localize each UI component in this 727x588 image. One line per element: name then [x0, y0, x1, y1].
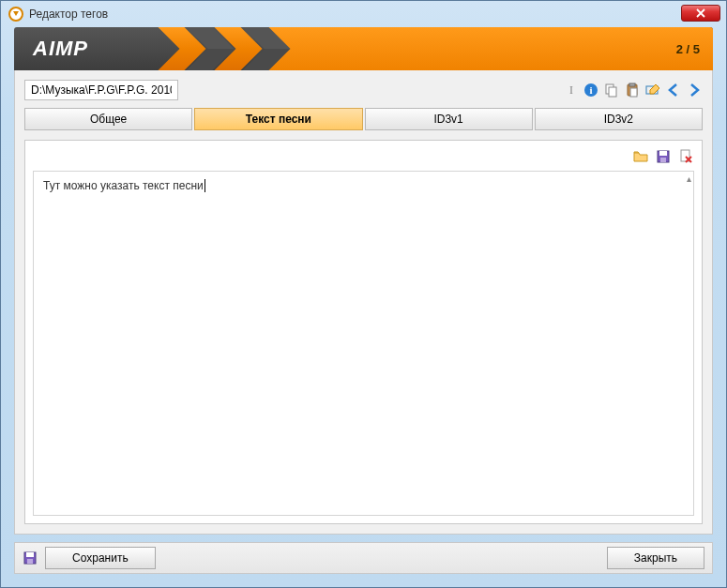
editor-toolbar [33, 148, 694, 165]
tab-lyrics[interactable]: Текст песни [194, 108, 362, 130]
svg-rect-13 [26, 552, 34, 557]
floppy-icon [23, 550, 38, 565]
paste-icon [625, 83, 640, 98]
svg-text:i: i [589, 84, 592, 96]
close-button[interactable]: Закрыть [607, 547, 704, 569]
path-container: I [24, 80, 579, 100]
svg-rect-3 [609, 87, 616, 97]
header-band: AIMP 2 / 5 [14, 27, 713, 70]
save-lyrics-button[interactable] [655, 148, 672, 165]
arrow-left-icon [666, 83, 681, 98]
editor-frame: Тут можно указать текст песни ▴ [24, 140, 703, 524]
open-folder-icon [633, 149, 648, 164]
floppy-icon [656, 149, 671, 164]
content-area: I i Общее Текст песни ID3v1 [14, 70, 713, 535]
lyrics-text: Тут можно указать текст песни [43, 179, 204, 192]
open-lyrics-button[interactable] [632, 148, 649, 165]
arrow-right-icon [687, 83, 702, 98]
text-cursor-icon: I [569, 83, 573, 98]
svg-rect-6 [630, 88, 637, 97]
copy-icon [604, 83, 619, 98]
file-path-input[interactable] [24, 80, 178, 100]
svg-rect-9 [659, 151, 667, 156]
tab-bar: Общее Текст песни ID3v1 ID3v2 [24, 108, 703, 130]
copy-button[interactable] [603, 82, 620, 98]
tab-general[interactable]: Общее [24, 108, 192, 130]
app-icon [8, 7, 23, 22]
text-caret [204, 179, 205, 192]
delete-page-icon [678, 149, 693, 164]
track-counter: 2 / 5 [676, 42, 700, 56]
rename-icon [645, 83, 660, 98]
save-icon-footer [23, 550, 38, 565]
scroll-up-icon[interactable]: ▴ [687, 173, 691, 184]
path-row: I i [24, 80, 703, 100]
svg-rect-10 [660, 158, 666, 162]
prev-button[interactable] [665, 82, 682, 98]
save-button[interactable]: Сохранить [45, 547, 156, 569]
close-icon [696, 8, 705, 18]
lyrics-textarea[interactable]: Тут можно указать текст песни ▴ [33, 171, 694, 516]
svg-rect-5 [629, 83, 635, 86]
info-button[interactable]: i [583, 82, 599, 98]
paste-button[interactable] [624, 82, 641, 98]
info-icon: i [583, 83, 598, 98]
app-window: Редактор тегов AIMP 2 / 5 I i [0, 0, 727, 588]
footer-bar: Сохранить Закрыть [14, 542, 713, 574]
tab-id3v2[interactable]: ID3v2 [535, 108, 703, 130]
app-logo: AIMP [33, 37, 88, 61]
svg-rect-14 [27, 559, 33, 564]
titlebar: Редактор тегов [1, 1, 726, 27]
delete-lyrics-button[interactable] [677, 148, 694, 165]
close-window-button[interactable] [681, 5, 720, 22]
tab-id3v1[interactable]: ID3v1 [365, 108, 533, 130]
rename-button[interactable] [644, 82, 661, 98]
window-title: Редактор тегов [29, 8, 108, 21]
chevrons-decoration [169, 27, 281, 70]
next-button[interactable] [686, 82, 703, 98]
